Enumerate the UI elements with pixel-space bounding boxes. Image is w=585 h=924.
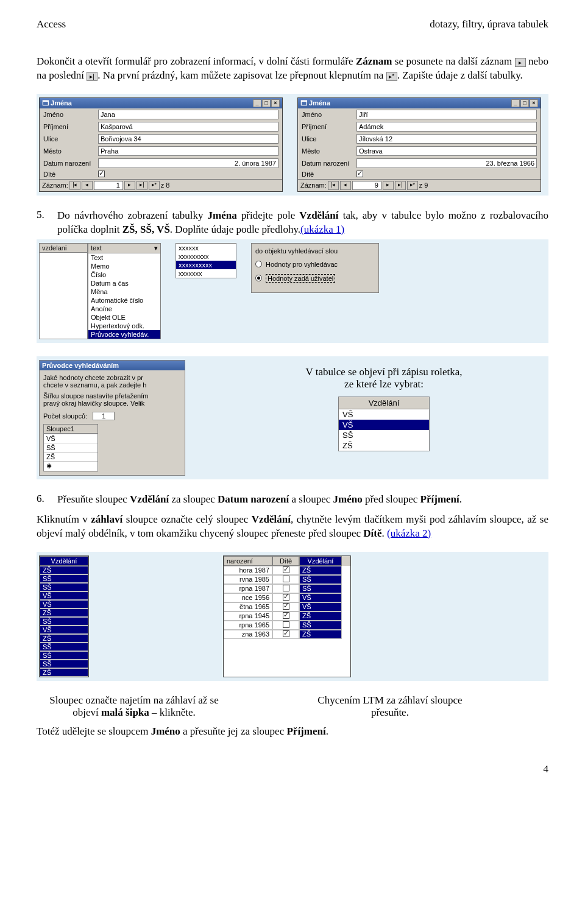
link-ukazka-2[interactable]: (ukázka 2) [387,527,431,539]
prijmeni-field[interactable]: Adámek [356,122,537,132]
datum-field[interactable]: 23. března 1966 [356,158,537,168]
dite-checkbox[interactable] [356,171,363,177]
column-header-dite[interactable]: Dítě [272,556,299,566]
radio-user-values[interactable] [255,275,262,281]
table-cell[interactable]: ZŠ [40,634,88,643]
wizard-row[interactable]: VŠ [44,434,98,443]
nav-next-icon[interactable]: ▸ [383,181,394,190]
type-option[interactable]: Automatické číslo [88,296,160,305]
table-cell[interactable] [272,612,299,621]
mesto-field[interactable]: Praha [98,146,278,156]
table-cell[interactable] [272,575,299,584]
nav-new-icon[interactable]: ▸* [149,181,160,190]
ulice-field[interactable]: Jílovská 12 [356,134,537,144]
type-option[interactable]: Text [88,253,160,262]
table-cell[interactable]: VŠ [40,591,88,600]
list-item[interactable]: xxxxxxxxxx [176,261,236,269]
table-cell[interactable]: ZŠ [299,612,342,621]
minimize-icon[interactable]: _ [511,99,520,107]
close-icon[interactable]: × [530,99,538,107]
record-number[interactable]: 9 [352,181,381,190]
jmeno-field[interactable]: Jana [98,110,278,119]
type-option[interactable]: Memo [88,262,160,270]
type-option[interactable]: Měna [88,287,160,296]
table-cell[interactable] [272,621,299,630]
field-cell[interactable]: vzdelani [40,244,87,253]
table-cell[interactable]: nce 1956 [224,593,272,602]
link-ukazka-1[interactable]: (ukázka 1) [300,224,344,235]
dite-checkbox[interactable] [98,171,105,177]
nav-first-icon[interactable]: |◂ [69,181,80,190]
table-cell[interactable]: ZŠ [40,566,88,574]
table-cell[interactable]: SŠ [40,660,88,668]
table-cell[interactable]: ZŠ [299,566,342,575]
table-cell[interactable] [272,593,299,602]
maximize-icon[interactable]: □ [262,99,271,107]
table-cell[interactable]: ZŠ [299,630,342,639]
table-cell[interactable]: ZŠ [40,608,88,617]
jmeno-field[interactable]: Jiří [356,110,537,119]
datum-field[interactable]: 2. února 1987 [98,158,278,168]
table-cell[interactable]: ětna 1965 [224,602,272,612]
nav-first-icon[interactable]: |◂ [328,181,339,190]
table-cell[interactable]: SŠ [299,575,342,584]
type-option[interactable]: Průvodce vyhledáv. [88,330,160,339]
table-cell[interactable]: rpna 1965 [224,621,272,630]
minimize-icon[interactable]: _ [253,99,261,107]
table-cell[interactable]: SŠ [40,617,88,626]
table-cell[interactable]: VŠ [40,626,88,634]
column-header-vzdelani2[interactable]: Vzdělání [299,556,342,566]
table-cell[interactable]: zna 1963 [224,630,272,639]
table-cell[interactable]: SŠ [40,651,88,660]
table-cell[interactable] [272,584,299,593]
type-option[interactable]: Ano/ne [88,305,160,313]
wizard-row[interactable]: ZŠ [44,452,98,461]
type-cell[interactable]: text [91,244,102,252]
table-cell[interactable]: rvna 1985 [224,575,272,584]
dropdown-arrow-icon[interactable]: ▾ [154,244,158,252]
table-cell[interactable]: SŠ [40,574,88,583]
column-header-vzdelani[interactable]: Vzdělání [40,556,88,566]
dropdown-option[interactable]: VŠ [339,420,429,430]
table-cell[interactable]: rpna 1945 [224,612,272,621]
table-cell[interactable] [272,566,299,575]
table-cell[interactable]: SŠ [299,621,342,630]
list-item[interactable]: xxxxxx [176,244,236,252]
dropdown-option[interactable]: SŠ [339,430,429,440]
maximize-icon[interactable]: □ [520,99,529,107]
nav-last-icon[interactable]: ▸| [136,181,147,190]
column-header-narozeni[interactable]: narození [224,556,272,566]
nav-last-icon[interactable]: ▸| [395,181,406,190]
table-cell[interactable]: hora 1987 [224,566,272,575]
nav-new-icon[interactable]: ▸* [407,181,418,190]
type-option[interactable]: Hypertextový odk. [88,322,160,330]
table-cell[interactable]: SŠ [40,583,88,591]
column-count-input[interactable]: 1 [93,412,115,420]
type-option[interactable]: Objekt OLE [88,313,160,322]
type-option[interactable]: Datum a čas [88,279,160,287]
wizard-row[interactable]: SŠ [44,443,98,452]
ulice-field[interactable]: Bořivojova 34 [98,134,278,144]
table-cell[interactable]: VŠ [40,600,88,608]
nav-prev-icon[interactable]: ◂ [340,181,351,190]
table-cell[interactable]: ZŠ [40,668,88,677]
type-option[interactable]: Číslo [88,270,160,279]
list-item[interactable]: xxxxxxxxx [176,252,236,261]
dropdown-option[interactable]: ZŠ [339,440,429,451]
close-icon[interactable]: × [271,99,280,107]
mesto-field[interactable]: Ostrava [356,146,537,156]
prijmeni-field[interactable]: Kašparová [98,122,278,132]
list-item[interactable]: xxxxxxx [176,269,236,278]
table-cell[interactable] [272,630,299,639]
table-cell[interactable]: VŠ [299,602,342,612]
nav-prev-icon[interactable]: ◂ [82,181,93,190]
nav-next-icon[interactable]: ▸ [124,181,135,190]
table-cell[interactable]: rpna 1987 [224,584,272,593]
table-cell[interactable]: SŠ [40,643,88,651]
table-cell[interactable] [272,602,299,612]
radio-lookup-values[interactable] [255,261,262,267]
table-cell[interactable]: VŠ [299,593,342,602]
table-cell[interactable]: SŠ [299,584,342,593]
record-number[interactable]: 1 [94,181,123,190]
vzdelani-dropdown[interactable]: Vzdělání VŠVŠSŠZŠ [338,397,430,451]
